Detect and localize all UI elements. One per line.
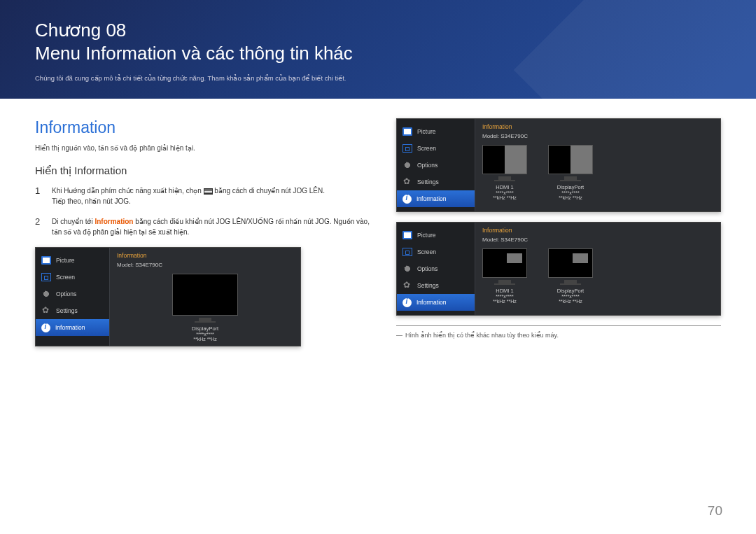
options-icon	[402, 161, 412, 169]
step-1: 1 Khi Hướng dẫn phím chức năng xuất hiện…	[35, 185, 371, 206]
chapter-title: Menu Information và các thông tin khác	[35, 43, 721, 64]
keyword-information: Information	[94, 218, 133, 225]
osd-panel-title: Information	[482, 227, 713, 234]
step-text: Di chuyển tới Information bằng cách điều…	[52, 216, 371, 237]
osd-item-options: Options	[397, 157, 475, 174]
options-icon	[41, 290, 51, 298]
osd-panel: Information Model: S34E790C HDMI 1 ****x…	[475, 223, 720, 315]
picture-icon	[402, 231, 412, 239]
steps-list: 1 Khi Hướng dẫn phím chức năng xuất hiện…	[35, 185, 371, 237]
settings-icon	[41, 307, 51, 315]
monitor-split-icon	[482, 145, 527, 174]
monitor-block: HDMI 1 ****x**** **kHz **Hz	[482, 145, 527, 200]
chapter-number: Chương 08	[35, 20, 721, 41]
monitor-row: HDMI 1 ****x**** **kHz **Hz DisplayPort …	[482, 145, 713, 200]
osd-model: Model: S34E790C	[482, 133, 713, 139]
monitor-split-icon	[548, 145, 593, 174]
info-icon	[402, 298, 412, 307]
page: Chương 08 Menu Information và các thông …	[0, 0, 756, 534]
body: Information Hiển thị nguồn vào, tần số v…	[0, 99, 756, 356]
monitor-pip-icon	[482, 248, 527, 278]
source-label: DisplayPort	[548, 288, 593, 294]
footnote-text: Hình ảnh hiển thị có thể khác nhau tùy t…	[405, 332, 559, 339]
resolution-label: ****x****	[548, 190, 593, 195]
footnote: ―Hình ảnh hiển thị có thể khác nhau tùy …	[396, 325, 721, 339]
screen-icon	[402, 248, 412, 256]
frequency-label: **kHz **Hz	[482, 299, 527, 304]
osd-item-screen: Screen	[397, 140, 475, 157]
options-icon	[402, 265, 412, 273]
monitor-block: DisplayPort ****x**** **kHz **Hz	[172, 274, 238, 342]
frequency-label: **kHz **Hz	[548, 195, 593, 200]
osd-item-screen: Screen	[36, 269, 109, 286]
osd-screenshot-split: Picture Screen Options Settings Informat…	[396, 118, 721, 212]
osd-item-picture: Picture	[397, 123, 475, 140]
monitor-row: DisplayPort ****x**** **kHz **Hz	[117, 274, 293, 342]
monitor-block: DisplayPort ****x**** **kHz **Hz	[548, 248, 593, 304]
resolution-label: ****x****	[482, 294, 527, 299]
info-icon	[402, 195, 412, 204]
step-number: 1	[35, 185, 45, 206]
section-desc: Hiển thị nguồn vào, tần số và độ phân gi…	[35, 144, 371, 152]
monitor-block: DisplayPort ****x**** **kHz **Hz	[548, 145, 593, 200]
dash-icon: ―	[396, 332, 402, 339]
osd-panel: Information Model: S34E790C DisplayPort …	[110, 248, 300, 346]
osd-item-picture: Picture	[397, 227, 475, 244]
frequency-label: **kHz **Hz	[548, 299, 593, 304]
source-label: DisplayPort	[172, 325, 238, 332]
osd-item-options: Options	[397, 260, 475, 277]
osd-model: Model: S34E790C	[482, 237, 713, 243]
osd-item-settings: Settings	[397, 277, 475, 294]
monitor-icon	[172, 274, 238, 316]
osd-menu: Picture Screen Options Settings Informat…	[397, 223, 475, 315]
screen-icon	[41, 273, 51, 281]
osd-item-information: Information	[36, 319, 109, 336]
resolution-label: ****x****	[548, 294, 593, 299]
osd-item-settings: Settings	[397, 174, 475, 190]
screen-icon	[402, 144, 412, 153]
osd-item-information: Information	[397, 190, 475, 207]
monitor-pip-icon	[548, 248, 593, 278]
source-label: HDMI 1	[482, 288, 527, 294]
step-text: Khi Hướng dẫn phím chức năng xuất hiện, …	[52, 185, 371, 206]
osd-screenshot-pip: Picture Screen Options Settings Informat…	[396, 222, 721, 316]
section-title: Information	[35, 118, 371, 137]
info-icon	[41, 323, 50, 332]
step-number: 2	[35, 216, 45, 237]
osd-panel-title: Information	[482, 123, 713, 130]
osd-menu: Picture Screen Options Settings Informat…	[397, 119, 475, 211]
settings-icon	[402, 178, 412, 186]
picture-icon	[402, 127, 412, 136]
osd-item-picture: Picture	[36, 252, 109, 269]
osd-model: Model: S34E790C	[117, 262, 293, 268]
resolution-label: ****x****	[482, 190, 527, 195]
picture-icon	[41, 256, 51, 265]
settings-icon	[402, 281, 412, 290]
menu-icon	[204, 188, 213, 195]
chapter-subtitle: Chúng tôi đã cung cấp mô tả chi tiết của…	[35, 74, 721, 82]
subsection-title: Hiển thị Information	[35, 164, 371, 177]
osd-item-options: Options	[36, 286, 109, 302]
osd-panel: Information Model: S34E790C HDMI 1 ****x…	[475, 119, 720, 211]
monitor-block: HDMI 1 ****x**** **kHz **Hz	[482, 248, 527, 304]
frequency-label: **kHz **Hz	[482, 195, 527, 200]
osd-item-information: Information	[397, 294, 475, 311]
osd-item-settings: Settings	[36, 302, 109, 319]
osd-panel-title: Information	[117, 252, 293, 259]
left-column: Information Hiển thị nguồn vào, tần số v…	[35, 118, 371, 356]
page-number: 70	[708, 503, 722, 519]
chapter-header: Chương 08 Menu Information và các thông …	[0, 0, 756, 99]
monitor-row: HDMI 1 ****x**** **kHz **Hz DisplayPort …	[482, 248, 713, 304]
osd-menu: Picture Screen Options Settings Informat…	[36, 248, 110, 346]
source-label: DisplayPort	[548, 184, 593, 190]
osd-screenshot-single: Picture Screen Options Settings Informat…	[35, 247, 301, 346]
right-column: Picture Screen Options Settings Informat…	[396, 118, 721, 356]
osd-item-screen: Screen	[397, 244, 475, 260]
step-2: 2 Di chuyển tới Information bằng cách đi…	[35, 216, 371, 237]
source-label: HDMI 1	[482, 184, 527, 190]
frequency-label: **kHz **Hz	[172, 337, 238, 342]
resolution-label: ****x****	[172, 332, 238, 337]
